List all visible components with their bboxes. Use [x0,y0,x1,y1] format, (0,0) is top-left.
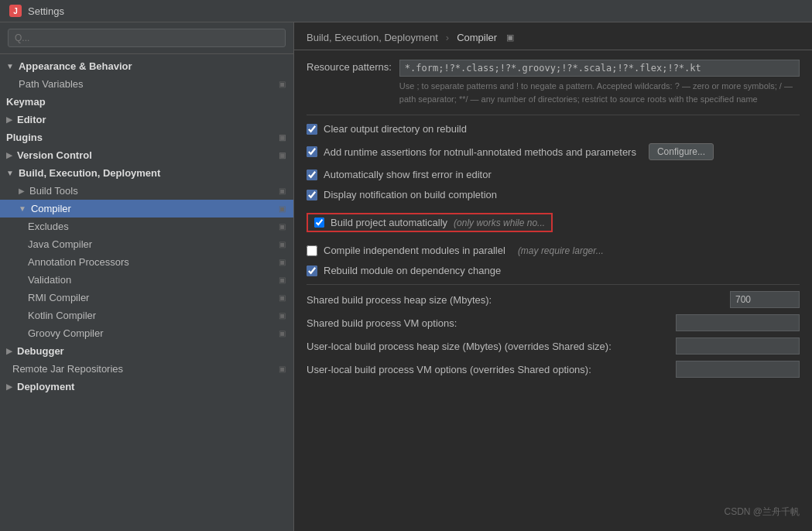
sidebar-item-label: Excludes [28,221,69,232]
sidebar-item-annotation-processors[interactable]: Annotation Processors ▣ [0,253,293,271]
separator [307,115,800,115]
rebuild-module-label[interactable]: Rebuild module on dependency change [324,265,501,276]
clear-output-label[interactable]: Clear output directory on rebuild [324,123,467,135]
separator2 [307,284,800,285]
sidebar-item-rmi-compiler[interactable]: RMI Compiler ▣ [0,289,293,307]
sidebar-item-validation[interactable]: Validation ▣ [0,271,293,289]
checkbox-build-automatically-highlighted: Build project automatically (only works … [307,213,553,232]
sidebar-item-version-control[interactable]: ▶ Version Control ▣ [0,146,293,164]
sidebar-item-label: RMI Compiler [28,292,89,303]
sidebar-item-label: Groovy Compiler [28,327,104,339]
sidebar-item-label: Kotlin Compiler [28,310,96,321]
sidebar-item-label: Keymap [6,96,46,108]
sidebar-item-excludes[interactable]: Excludes ▣ [0,218,293,235]
search-box[interactable] [0,22,293,54]
sidebar-item-groovy-compiler[interactable]: Groovy Compiler ▣ [0,324,293,342]
compile-parallel-checkbox[interactable] [307,245,317,256]
sidebar-item-plugins[interactable]: Plugins ▣ [0,128,293,146]
sidebar-item-build-tools[interactable]: ▶ Build Tools ▣ [0,182,293,200]
app-icon: J [9,5,22,17]
field-user-vm: User-local build process VM options (ove… [307,361,800,378]
checkbox-add-runtime: Add runtime assertions for notnull-annot… [307,142,800,162]
resource-patterns-row: Resource patterns: Use ; to separate pat… [307,60,800,105]
breadcrumb-part2: Compiler [457,32,497,43]
window-title: Settings [28,5,64,17]
pin-icon: ▣ [279,222,286,231]
sidebar-item-label: Build Tools [29,185,78,197]
sidebar-item-label: Path Variables [19,78,84,90]
sidebar-item-path-variables[interactable]: Path Variables ▣ [0,75,293,93]
sidebar-item-compiler[interactable]: ▼ Compiler ▣ [0,200,293,218]
user-vm-input[interactable] [676,361,800,378]
shared-vm-input[interactable] [676,314,800,331]
arrow-icon: ▶ [6,115,12,124]
sidebar-item-label: Plugins [6,132,43,143]
field-shared-heap: Shared build process heap size (Mbytes): [307,291,800,308]
sidebar-item-deployment[interactable]: ▶ Deployment [0,378,293,396]
compile-parallel-label[interactable]: Compile independent modules in parallel [324,245,505,256]
display-notification-label[interactable]: Display notification on build completion [324,189,497,200]
user-heap-input[interactable] [676,337,800,355]
watermark: CSDN @兰舟千帆 [724,505,800,519]
pin-icon: ▣ [279,293,286,302]
pin-icon: ▣ [279,311,286,320]
sidebar-item-build-execution[interactable]: ▼ Build, Execution, Deployment [0,164,293,182]
rebuild-module-checkbox[interactable] [307,266,317,276]
checkbox-display-notification: Display notification on build completion [307,187,800,202]
sidebar-item-label: Deployment [17,381,74,392]
pin-icon: ▣ [279,329,286,337]
sidebar-item-remote-jar[interactable]: Remote Jar Repositories ▣ [0,360,293,378]
sidebar-item-label: Appearance & Behavior [19,60,132,72]
compile-parallel-note: (may require larger... [518,245,604,256]
shared-heap-input[interactable] [730,291,800,308]
build-automatically-checkbox[interactable] [314,218,324,228]
breadcrumb-part1: Build, Execution, Deployment [307,32,438,43]
add-runtime-checkbox[interactable] [307,146,317,157]
panel-header: Build, Execution, Deployment › Compiler … [294,22,812,50]
arrow-icon: ▶ [6,382,12,391]
user-vm-label: User-local build process VM options (ove… [307,364,668,375]
breadcrumb-separator: › [446,32,449,43]
sidebar-item-kotlin-compiler[interactable]: Kotlin Compiler ▣ [0,307,293,324]
checkbox-compile-parallel: Compile independent modules in parallel … [307,243,800,258]
pin-icon: ▣ [279,258,286,266]
pin-icon: ▣ [279,133,286,142]
add-runtime-label[interactable]: Add runtime assertions for notnull-annot… [324,146,636,158]
checkbox-clear-output: Clear output directory on rebuild [307,122,800,136]
settings-icon: ▣ [506,33,514,43]
resource-patterns-input[interactable] [399,60,800,77]
sidebar-item-editor[interactable]: ▶ Editor [0,111,293,128]
arrow-icon: ▼ [19,204,26,213]
pin-icon: ▣ [279,365,286,373]
panel-content: Resource patterns: Use ; to separate pat… [294,50,812,531]
right-panel: Build, Execution, Deployment › Compiler … [294,22,812,531]
show-first-error-checkbox[interactable] [307,170,317,180]
sidebar-item-label: Validation [28,274,71,286]
pin-icon: ▣ [279,80,286,88]
arrow-icon: ▶ [19,187,25,195]
pin-icon: ▣ [279,240,286,248]
configure-button[interactable]: Configure... [649,143,714,160]
field-shared-vm: Shared build process VM options: [307,314,800,331]
pin-icon: ▣ [279,187,286,195]
sidebar-item-keymap[interactable]: Keymap [0,93,293,111]
title-bar: J Settings [0,0,812,22]
sidebar-item-java-compiler[interactable]: Java Compiler ▣ [0,235,293,253]
resource-input-wrap: Use ; to separate patterns and ! to nega… [399,60,800,105]
show-first-error-label[interactable]: Automatically show first error in editor [324,169,492,180]
field-user-heap: User-local build process heap size (Mbyt… [307,337,800,355]
sidebar-item-label: Debugger [17,345,64,357]
resource-hint: Use ; to separate patterns and ! to nega… [399,80,800,105]
sidebar-item-debugger[interactable]: ▶ Debugger [0,342,293,360]
pin-icon: ▣ [279,276,286,284]
arrow-icon: ▼ [6,62,14,70]
pin-icon: ▣ [279,151,286,159]
clear-output-checkbox[interactable] [307,124,317,135]
checkbox-show-error: Automatically show first error in editor [307,167,800,182]
sidebar-item-appearance[interactable]: ▼ Appearance & Behavior [0,57,293,75]
build-automatically-label[interactable]: Build project automatically [331,217,447,228]
search-input[interactable] [8,29,286,47]
arrow-icon: ▶ [6,151,12,159]
build-automatically-note: (only works while no... [454,218,545,228]
display-notification-checkbox[interactable] [307,190,317,200]
